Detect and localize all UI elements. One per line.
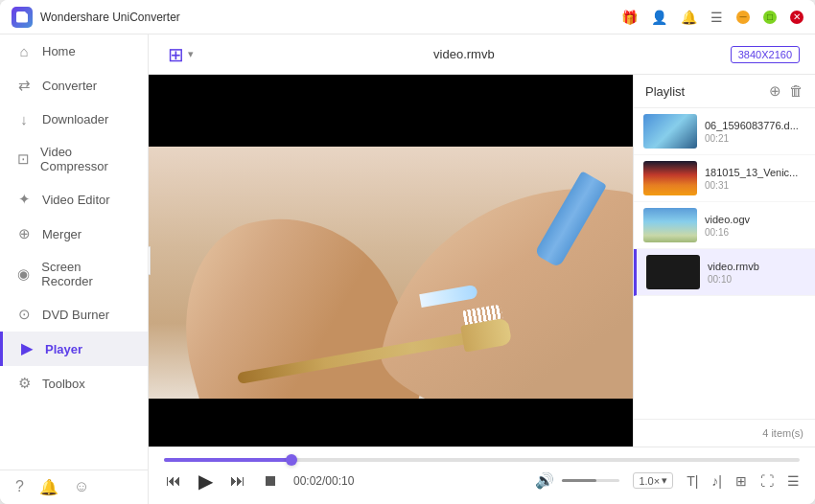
playlist-header: Playlist ⊕ 🗑 (634, 75, 815, 108)
playlist-thumbnail (646, 255, 700, 289)
playlist-toggle-icon[interactable]: ☰ (787, 473, 800, 489)
playlist-item-info: video.rmvb 00:10 (708, 261, 805, 285)
sidebar-item-dvd-burner[interactable]: ⊙ DVD Burner (0, 297, 148, 332)
video-black-top (149, 75, 633, 147)
player-controls: ⏮ ▶ ⏭ ⏹ 00:02/00:10 🔊 1.0× ▾ (149, 447, 815, 504)
player-topbar: ⊞ ▾ video.rmvb 3840X2160 (149, 34, 815, 75)
add-file-icon: ⊞ (168, 43, 184, 66)
title-bar-left: Wondershare UniConverter (12, 7, 621, 28)
playlist-items: 06_1596083776.d... 00:21 181015_13_Venic… (634, 108, 815, 419)
thumb-statue (643, 208, 697, 242)
content-area: ⊞ ▾ video.rmvb 3840X2160 (149, 34, 815, 504)
merger-icon: ⊕ (15, 225, 33, 242)
editor-icon: ✦ (15, 191, 33, 208)
stop-button[interactable]: ⏹ (261, 470, 280, 492)
main-layout: ⌂ Home ⇄ Converter ↓ Downloader ⊡ Video … (0, 34, 815, 504)
converter-icon: ⇄ (15, 77, 33, 94)
player-icon: ▶ (18, 340, 35, 357)
thumb-landscape (643, 114, 697, 149)
volume-slider[interactable] (562, 479, 619, 482)
playlist-actions: ⊕ 🗑 (769, 82, 803, 100)
add-file-chevron: ▾ (188, 48, 194, 60)
playlist-item-duration: 00:16 (705, 227, 805, 238)
speed-chevron: ▾ (662, 474, 667, 487)
audio-track-icon[interactable]: ♪| (711, 473, 722, 489)
hamburger-icon[interactable]: ☰ (710, 10, 723, 25)
sidebar-item-home[interactable]: ⌂ Home (0, 34, 148, 68)
sidebar-item-video-compressor[interactable]: ⊡ Video Compressor (0, 136, 148, 182)
playlist-item-name: 181015_13_Venic... (705, 167, 805, 178)
aspect-ratio-icon[interactable]: ⊞ (735, 473, 747, 489)
feedback-icon[interactable]: ☺ (74, 478, 89, 496)
playlist-add-icon[interactable]: ⊕ (769, 82, 781, 100)
progress-thumb[interactable] (286, 454, 297, 466)
playlist-item-info: video.ogv 00:16 (705, 214, 805, 238)
sidebar-bottom: ? 🔔 ☺ (0, 470, 148, 504)
sidebar-item-downloader[interactable]: ↓ Downloader (0, 103, 148, 136)
playlist-item-active[interactable]: video.rmvb 00:10 (634, 249, 815, 296)
playlist-item-duration: 00:21 (705, 133, 805, 144)
maximize-button[interactable]: □ (763, 11, 777, 24)
playlist-title: Playlist (645, 84, 685, 99)
sidebar-item-label: Downloader (42, 112, 108, 126)
toothbrush-scene (149, 147, 633, 399)
minimize-button[interactable]: ─ (736, 11, 750, 24)
add-file-button[interactable]: ⊞ ▾ (164, 41, 198, 68)
playlist-delete-icon[interactable]: 🗑 (789, 82, 803, 100)
playlist-item-info: 06_1596083776.d... 00:21 (705, 120, 805, 144)
speed-control[interactable]: 1.0× ▾ (633, 472, 673, 489)
sidebar-item-player[interactable]: ▶ Player (0, 332, 148, 366)
playlist-item-info: 181015_13_Venic... 00:31 (705, 167, 805, 191)
fast-forward-button[interactable]: ⏭ (228, 470, 247, 492)
playlist-thumbnail (643, 161, 697, 195)
app-title: Wondershare UniConverter (40, 11, 180, 24)
sidebar-item-screen-recorder[interactable]: ◉ Screen Recorder (0, 251, 148, 297)
playlist-thumbnail (643, 208, 697, 242)
play-button[interactable]: ▶ (197, 468, 215, 494)
sidebar-item-label: Player (45, 342, 82, 356)
app-icon (12, 7, 33, 28)
progress-fill (164, 458, 291, 462)
downloader-icon: ↓ (15, 111, 33, 127)
playlist-item-name: 06_1596083776.d... (705, 120, 805, 131)
help-icon[interactable]: ? (15, 478, 24, 496)
time-display: 00:02/00:10 (293, 474, 354, 488)
gift-icon[interactable]: 🎁 (621, 10, 638, 25)
notification-icon[interactable]: 🔔 (39, 478, 58, 496)
playlist-thumbnail (643, 114, 697, 149)
video-filename: video.rmvb (209, 47, 719, 61)
app-window: Wondershare UniConverter 🎁 👤 🔔 ☰ ─ □ ✕ ⌂… (0, 0, 815, 504)
playlist-item[interactable]: video.ogv 00:16 (634, 202, 815, 249)
bell-icon[interactable]: 🔔 (681, 10, 697, 25)
subtitle-icon[interactable]: T| (687, 473, 698, 489)
sidebar-item-label: Home (42, 44, 76, 58)
sidebar-item-label: Video Editor (42, 193, 110, 207)
sidebar-item-merger[interactable]: ⊕ Merger (0, 217, 148, 251)
sidebar-item-video-editor[interactable]: ✦ Video Editor (0, 182, 148, 217)
playlist-item-duration: 00:31 (705, 180, 805, 191)
playlist-item[interactable]: 06_1596083776.d... 00:21 (634, 108, 815, 155)
video-black-bottom (149, 399, 633, 447)
playlist-item-name: video.rmvb (708, 261, 805, 272)
compressor-icon: ⊡ (15, 150, 31, 168)
sidebar: ⌂ Home ⇄ Converter ↓ Downloader ⊡ Video … (0, 34, 149, 504)
sidebar-item-converter[interactable]: ⇄ Converter (0, 68, 148, 103)
sidebar-item-label: Toolbox (42, 377, 85, 391)
thumb-dark (646, 255, 700, 289)
sidebar-item-toolbox[interactable]: ⚙ Toolbox (0, 366, 148, 401)
progress-bar[interactable] (164, 458, 800, 462)
close-button[interactable]: ✕ (790, 11, 803, 24)
video-player[interactable]: ‹ (149, 75, 633, 447)
playlist-item[interactable]: 181015_13_Venic... 00:31 (634, 155, 815, 202)
playlist-item-count: 4 item(s) (762, 427, 803, 439)
sidebar-item-label: Video Compressor (40, 145, 132, 173)
controls-row: ⏮ ▶ ⏭ ⏹ 00:02/00:10 🔊 1.0× ▾ (164, 468, 800, 494)
rewind-button[interactable]: ⏮ (164, 470, 183, 492)
sidebar-item-label: DVD Burner (42, 308, 109, 322)
recorder-icon: ◉ (15, 265, 32, 283)
title-bar: Wondershare UniConverter 🎁 👤 🔔 ☰ ─ □ ✕ (0, 0, 815, 34)
playlist-collapse-button[interactable]: ‹ (149, 246, 151, 275)
volume-icon[interactable]: 🔊 (533, 470, 556, 492)
user-icon[interactable]: 👤 (651, 10, 667, 25)
fullscreen-icon[interactable]: ⛶ (760, 473, 774, 489)
